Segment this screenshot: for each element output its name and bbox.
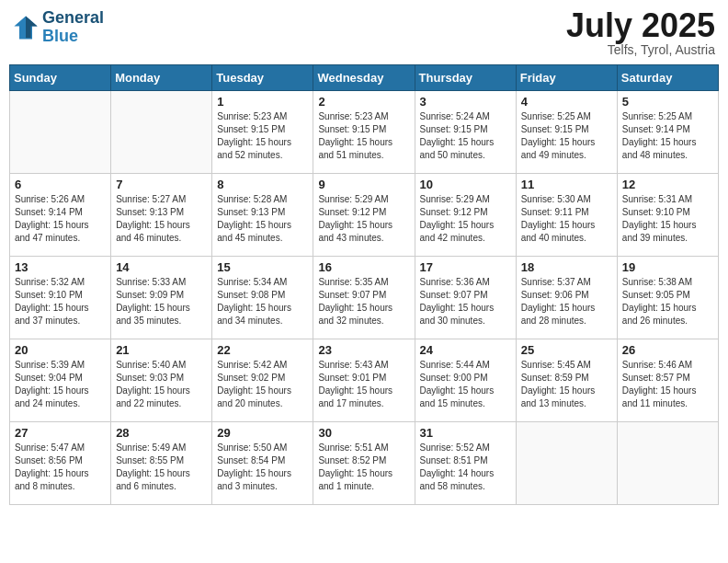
day-cell [111, 91, 212, 174]
title-block: July 2025 Telfs, Tyrol, Austria [566, 9, 715, 57]
day-number: 7 [116, 178, 207, 191]
day-number: 25 [521, 343, 612, 357]
day-cell: 26Sunrise: 5:46 AM Sunset: 8:57 PM Dayli… [617, 339, 718, 422]
day-number: 14 [116, 260, 207, 274]
week-row-3: 13Sunrise: 5:32 AM Sunset: 9:10 PM Dayli… [10, 257, 719, 339]
day-cell: 17Sunrise: 5:36 AM Sunset: 9:07 PM Dayli… [415, 257, 516, 339]
day-info: Sunrise: 5:30 AM Sunset: 9:11 PM Dayligh… [521, 193, 612, 245]
day-info: Sunrise: 5:40 AM Sunset: 9:03 PM Dayligh… [116, 359, 207, 410]
day-info: Sunrise: 5:36 AM Sunset: 9:07 PM Dayligh… [420, 276, 511, 327]
day-cell: 29Sunrise: 5:50 AM Sunset: 8:54 PM Dayli… [212, 422, 313, 505]
day-cell: 14Sunrise: 5:33 AM Sunset: 9:09 PM Dayli… [111, 257, 212, 339]
day-info: Sunrise: 5:33 AM Sunset: 9:09 PM Dayligh… [116, 276, 207, 327]
day-cell: 3Sunrise: 5:24 AM Sunset: 9:15 PM Daylig… [415, 91, 516, 174]
day-cell: 12Sunrise: 5:31 AM Sunset: 9:10 PM Dayli… [617, 174, 718, 257]
day-number: 21 [116, 343, 207, 357]
day-cell [516, 422, 617, 505]
day-cell: 16Sunrise: 5:35 AM Sunset: 9:07 PM Dayli… [313, 257, 415, 339]
logo: General Blue [13, 9, 104, 46]
logo-line2: Blue [42, 28, 104, 46]
day-info: Sunrise: 5:49 AM Sunset: 8:55 PM Dayligh… [116, 442, 207, 493]
location: Telfs, Tyrol, Austria [566, 42, 715, 57]
day-number: 12 [622, 178, 713, 191]
day-number: 31 [420, 426, 511, 440]
day-number: 9 [318, 178, 409, 191]
week-row-4: 20Sunrise: 5:39 AM Sunset: 9:04 PM Dayli… [10, 339, 719, 422]
day-info: Sunrise: 5:47 AM Sunset: 8:56 PM Dayligh… [15, 442, 106, 493]
day-info: Sunrise: 5:46 AM Sunset: 8:57 PM Dayligh… [622, 359, 713, 410]
day-cell: 23Sunrise: 5:43 AM Sunset: 9:01 PM Dayli… [313, 339, 415, 422]
col-header-saturday: Saturday [617, 65, 718, 91]
day-info: Sunrise: 5:29 AM Sunset: 9:12 PM Dayligh… [318, 193, 409, 245]
day-cell: 1Sunrise: 5:23 AM Sunset: 9:15 PM Daylig… [212, 91, 313, 174]
day-number: 30 [318, 426, 409, 440]
day-info: Sunrise: 5:32 AM Sunset: 9:10 PM Dayligh… [15, 276, 106, 327]
day-cell: 21Sunrise: 5:40 AM Sunset: 9:03 PM Dayli… [111, 339, 212, 422]
col-header-tuesday: Tuesday [212, 65, 313, 91]
page-header: General Blue July 2025 Telfs, Tyrol, Aus… [9, 9, 719, 57]
day-cell: 22Sunrise: 5:42 AM Sunset: 9:02 PM Dayli… [212, 339, 313, 422]
day-number: 11 [521, 178, 612, 191]
day-cell: 31Sunrise: 5:52 AM Sunset: 8:51 PM Dayli… [415, 422, 516, 505]
day-info: Sunrise: 5:38 AM Sunset: 9:05 PM Dayligh… [622, 276, 713, 327]
day-cell: 8Sunrise: 5:28 AM Sunset: 9:13 PM Daylig… [212, 174, 313, 257]
day-number: 5 [622, 95, 713, 109]
day-info: Sunrise: 5:43 AM Sunset: 9:01 PM Dayligh… [318, 359, 409, 410]
day-info: Sunrise: 5:42 AM Sunset: 9:02 PM Dayligh… [217, 359, 308, 410]
day-number: 23 [318, 343, 409, 357]
day-cell: 11Sunrise: 5:30 AM Sunset: 9:11 PM Dayli… [516, 174, 617, 257]
day-cell: 20Sunrise: 5:39 AM Sunset: 9:04 PM Dayli… [10, 339, 111, 422]
day-number: 2 [318, 95, 409, 109]
day-cell: 28Sunrise: 5:49 AM Sunset: 8:55 PM Dayli… [111, 422, 212, 505]
calendar: SundayMondayTuesdayWednesdayThursdayFrid… [9, 64, 719, 505]
week-row-2: 6Sunrise: 5:26 AM Sunset: 9:14 PM Daylig… [10, 174, 719, 257]
logo-line1: General [42, 9, 104, 28]
day-number: 18 [521, 260, 612, 274]
day-number: 27 [15, 426, 106, 440]
day-cell: 24Sunrise: 5:44 AM Sunset: 9:00 PM Dayli… [415, 339, 516, 422]
col-header-thursday: Thursday [415, 65, 516, 91]
day-number: 17 [420, 260, 511, 274]
day-info: Sunrise: 5:25 AM Sunset: 9:14 PM Dayligh… [622, 110, 713, 162]
day-cell: 4Sunrise: 5:25 AM Sunset: 9:15 PM Daylig… [516, 91, 617, 174]
day-info: Sunrise: 5:39 AM Sunset: 9:04 PM Dayligh… [15, 359, 106, 410]
day-number: 6 [15, 178, 106, 191]
day-info: Sunrise: 5:31 AM Sunset: 9:10 PM Dayligh… [622, 193, 713, 245]
day-info: Sunrise: 5:28 AM Sunset: 9:13 PM Dayligh… [217, 193, 308, 245]
day-cell: 7Sunrise: 5:27 AM Sunset: 9:13 PM Daylig… [111, 174, 212, 257]
col-header-friday: Friday [516, 65, 617, 91]
day-cell: 2Sunrise: 5:23 AM Sunset: 9:15 PM Daylig… [313, 91, 415, 174]
day-cell [617, 422, 718, 505]
day-cell: 15Sunrise: 5:34 AM Sunset: 9:08 PM Dayli… [212, 257, 313, 339]
month-title: July 2025 [566, 9, 715, 42]
day-cell: 19Sunrise: 5:38 AM Sunset: 9:05 PM Dayli… [617, 257, 718, 339]
day-cell: 6Sunrise: 5:26 AM Sunset: 9:14 PM Daylig… [10, 174, 111, 257]
day-number: 8 [217, 178, 308, 191]
day-number: 20 [15, 343, 106, 357]
day-info: Sunrise: 5:25 AM Sunset: 9:15 PM Dayligh… [521, 110, 612, 162]
day-cell: 27Sunrise: 5:47 AM Sunset: 8:56 PM Dayli… [10, 422, 111, 505]
day-info: Sunrise: 5:23 AM Sunset: 9:15 PM Dayligh… [318, 110, 409, 162]
day-number: 24 [420, 343, 511, 357]
day-info: Sunrise: 5:45 AM Sunset: 8:59 PM Dayligh… [521, 359, 612, 410]
day-number: 29 [217, 426, 308, 440]
day-cell: 9Sunrise: 5:29 AM Sunset: 9:12 PM Daylig… [313, 174, 415, 257]
day-info: Sunrise: 5:34 AM Sunset: 9:08 PM Dayligh… [217, 276, 308, 327]
day-number: 3 [420, 95, 511, 109]
day-info: Sunrise: 5:44 AM Sunset: 9:00 PM Dayligh… [420, 359, 511, 410]
day-number: 13 [15, 260, 106, 274]
col-header-monday: Monday [111, 65, 212, 91]
day-info: Sunrise: 5:52 AM Sunset: 8:51 PM Dayligh… [420, 442, 511, 493]
day-number: 19 [622, 260, 713, 274]
week-row-5: 27Sunrise: 5:47 AM Sunset: 8:56 PM Dayli… [10, 422, 719, 505]
day-info: Sunrise: 5:29 AM Sunset: 9:12 PM Dayligh… [420, 193, 511, 245]
day-cell [10, 91, 111, 174]
day-info: Sunrise: 5:35 AM Sunset: 9:07 PM Dayligh… [318, 276, 409, 327]
day-number: 10 [420, 178, 511, 191]
day-cell: 13Sunrise: 5:32 AM Sunset: 9:10 PM Dayli… [10, 257, 111, 339]
day-number: 1 [217, 95, 308, 109]
day-info: Sunrise: 5:27 AM Sunset: 9:13 PM Dayligh… [116, 193, 207, 245]
day-number: 22 [217, 343, 308, 357]
day-number: 4 [521, 95, 612, 109]
day-cell: 18Sunrise: 5:37 AM Sunset: 9:06 PM Dayli… [516, 257, 617, 339]
